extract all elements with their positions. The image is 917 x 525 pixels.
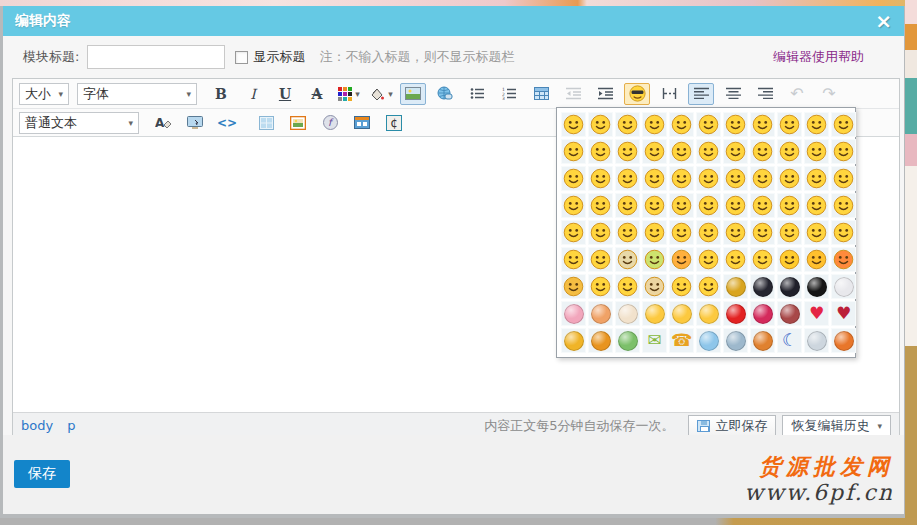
emoji-soldier-cap[interactable]	[588, 274, 613, 299]
italic-button[interactable]: I	[240, 83, 266, 105]
emoji-big-tear[interactable]	[804, 193, 829, 218]
emoji-wealth-god[interactable]	[561, 274, 586, 299]
preview-button[interactable]	[182, 112, 208, 134]
emoji-shocked-face[interactable]	[669, 247, 694, 272]
emoji-laugh-tears[interactable]	[723, 112, 748, 137]
emoji-whisper[interactable]	[750, 220, 775, 245]
emoji-cheer-arms[interactable]	[804, 112, 829, 137]
font-family-dropdown[interactable]: 字体 ▾	[77, 83, 197, 105]
remove-format-button[interactable]: A	[150, 112, 176, 134]
emoji-cool-shades[interactable]	[669, 274, 694, 299]
image-manager-button[interactable]	[285, 112, 311, 134]
emoji-ice-pack[interactable]	[588, 247, 613, 272]
emoji-snicker[interactable]	[588, 112, 613, 137]
emoji-cold-sweat[interactable]	[777, 166, 802, 191]
emoji-crumb-face[interactable]	[615, 247, 640, 272]
emoji-gold-ingot[interactable]	[561, 328, 586, 353]
emoticon-button[interactable]	[624, 83, 650, 105]
emoji-squirt-laugh[interactable]	[723, 139, 748, 164]
emoji-side-eye[interactable]	[750, 193, 775, 218]
emoji-red-lips[interactable]	[723, 301, 748, 326]
emoji-victory[interactable]	[561, 139, 586, 164]
emoji-toothy-grin[interactable]	[669, 139, 694, 164]
emoji-howl-cry[interactable]	[723, 220, 748, 245]
emoji-tired-face[interactable]	[561, 247, 586, 272]
emoji-broken-heart[interactable]: ♥	[831, 301, 856, 326]
emoji-silly-tongue[interactable]	[831, 139, 856, 164]
emoji-pleading-eyes[interactable]	[615, 220, 640, 245]
emoji-sorry-sign[interactable]	[777, 220, 802, 245]
emoji-smug[interactable]	[750, 139, 775, 164]
emoji-angel-pray[interactable]	[561, 166, 586, 191]
emoji-girl-wink[interactable]	[561, 301, 586, 326]
emoji-smug-relax[interactable]	[561, 220, 586, 245]
insert-table-button[interactable]	[528, 83, 554, 105]
emoji-mail[interactable]: ✉	[642, 328, 667, 353]
show-title-checkbox[interactable]	[235, 51, 248, 64]
emoji-fuming-red[interactable]	[831, 247, 856, 272]
emoji-stare-eyes[interactable]	[696, 166, 721, 191]
background-color-button[interactable]: ▾	[368, 83, 394, 105]
element-path-p[interactable]: p	[67, 418, 75, 433]
emoji-loud-laugh[interactable]	[588, 166, 613, 191]
emoji-coin-hit[interactable]	[750, 247, 775, 272]
emoji-ninja[interactable]	[750, 274, 775, 299]
module-title-input[interactable]	[87, 45, 225, 69]
emoji-masked-man[interactable]	[777, 274, 802, 299]
font-size-dropdown[interactable]: 大小 ▾	[19, 83, 69, 105]
emoji-worried[interactable]	[615, 193, 640, 218]
element-path-body[interactable]: body	[21, 418, 53, 433]
emoji-content-smile[interactable]	[642, 166, 667, 191]
insert-flash-button[interactable]: f	[317, 112, 343, 134]
emoji-drool-laugh[interactable]	[669, 166, 694, 191]
emoji-shield[interactable]	[831, 328, 856, 353]
align-right-button[interactable]	[752, 83, 778, 105]
emoji-money-eyes[interactable]	[777, 139, 802, 164]
emoji-thought-bubble[interactable]	[696, 193, 721, 218]
special-char-button[interactable]: ¢	[381, 112, 407, 134]
emoji-dizzy-swirl[interactable]	[588, 220, 613, 245]
page-break-button[interactable]	[656, 83, 682, 105]
insert-link-button[interactable]	[432, 83, 458, 105]
indent-button[interactable]	[592, 83, 618, 105]
album-button[interactable]	[253, 112, 279, 134]
emoji-big-laugh[interactable]	[696, 112, 721, 137]
emoji-think[interactable]	[723, 166, 748, 191]
emoji-sealed-lips[interactable]	[723, 247, 748, 272]
undo-button[interactable]: ↶	[784, 83, 810, 105]
restore-history-dropdown[interactable]: 恢复编辑历史 ▾	[782, 415, 891, 437]
emoji-shy-cover[interactable]	[777, 112, 802, 137]
emoji-handshake[interactable]	[696, 301, 721, 326]
font-color-button[interactable]: ▾	[336, 83, 362, 105]
align-center-button[interactable]	[720, 83, 746, 105]
emoji-hourglass[interactable]	[750, 328, 775, 353]
editor-help-link[interactable]: 编辑器使用帮助	[773, 48, 864, 66]
emoji-drool-grin[interactable]	[669, 112, 694, 137]
emoji-wilted-rose[interactable]	[777, 301, 802, 326]
emoji-phone[interactable]: ☎	[669, 328, 694, 353]
emoji-headscarf[interactable]	[642, 274, 667, 299]
emoji-glance[interactable]	[804, 139, 829, 164]
emoji-shush[interactable]	[588, 193, 613, 218]
emoji-rose[interactable]	[750, 301, 775, 326]
emoji-kiss-lips[interactable]	[615, 139, 640, 164]
emoji-giggle[interactable]	[642, 112, 667, 137]
emoji-sick-leaf[interactable]	[831, 193, 856, 218]
close-icon[interactable]: ×	[875, 11, 892, 31]
outdent-button[interactable]	[560, 83, 586, 105]
strikethrough-button[interactable]: A	[304, 83, 330, 105]
emoji-sobbing[interactable]	[669, 220, 694, 245]
emoji-boy-grin[interactable]	[588, 301, 613, 326]
insert-image-button[interactable]	[400, 83, 426, 105]
emoji-smile[interactable]	[561, 112, 586, 137]
redo-button[interactable]: ↷	[816, 83, 842, 105]
emoji-scream-mask[interactable]	[831, 274, 856, 299]
emoji-ponder[interactable]	[750, 166, 775, 191]
emoji-rage-laugh[interactable]	[804, 247, 829, 272]
emoji-nervous-grin[interactable]	[723, 193, 748, 218]
source-code-button[interactable]: <>	[214, 112, 240, 134]
emoji-note-peek[interactable]	[804, 220, 829, 245]
emoji-cheers[interactable]	[696, 328, 721, 353]
emoji-cheer-fist[interactable]	[615, 274, 640, 299]
emoji-mask-face[interactable]	[669, 193, 694, 218]
